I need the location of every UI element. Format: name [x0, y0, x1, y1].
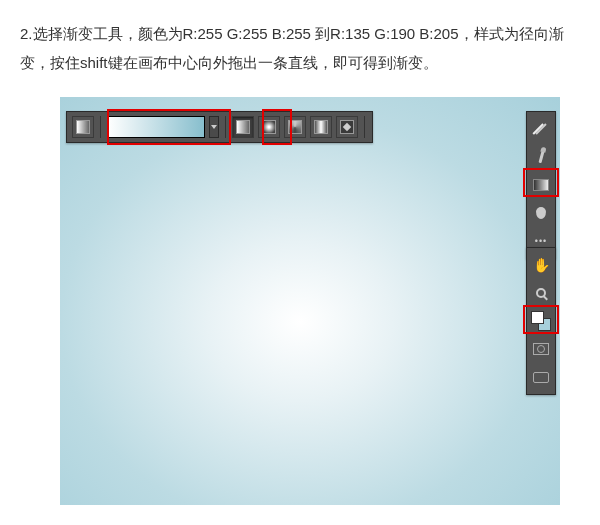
separator [100, 116, 101, 138]
canvas-area[interactable]: ••• ✋ [60, 97, 560, 505]
gradient-diamond-button[interactable] [336, 116, 358, 138]
drop-icon [536, 207, 546, 219]
top-options-bar [66, 111, 373, 143]
color-swatches[interactable] [530, 310, 552, 332]
reflected-icon [314, 120, 328, 134]
separator [364, 116, 365, 138]
foreground-color-swatch [531, 311, 544, 324]
screen-mode[interactable] [530, 366, 552, 388]
separator [225, 116, 226, 138]
tool-preset-picker[interactable] [72, 116, 94, 138]
screenmode-icon [533, 372, 549, 383]
gradient-linear-button[interactable] [232, 116, 254, 138]
linear-icon [236, 120, 250, 134]
brush-tool[interactable] [530, 146, 552, 168]
quickmask-icon [533, 343, 549, 355]
right-tools-panel-1: ••• [526, 111, 556, 259]
gradient-reflected-button[interactable] [310, 116, 332, 138]
chevron-down-icon [211, 125, 217, 129]
gradient-radial-button[interactable] [258, 116, 280, 138]
hand-tool[interactable]: ✋ [530, 254, 552, 276]
hand-icon: ✋ [533, 257, 550, 273]
instruction-text: 2.选择渐变工具，颜色为R:255 G:255 B:255 到R:135 G:1… [20, 20, 580, 77]
gradient-preview[interactable] [107, 116, 205, 138]
gradient-tool[interactable] [530, 174, 552, 196]
brush-icon [538, 151, 544, 163]
gradient-dropdown[interactable] [209, 116, 219, 138]
angle-icon [288, 120, 302, 134]
zoom-icon [536, 288, 546, 298]
wand-icon [535, 123, 546, 134]
more-icon: ••• [535, 238, 547, 244]
quick-mask[interactable] [530, 338, 552, 360]
wand-tool[interactable] [530, 118, 552, 140]
gradient-tool-icon [533, 179, 549, 191]
blur-tool[interactable] [530, 202, 552, 224]
diamond-icon [340, 120, 354, 134]
gradient-angle-button[interactable] [284, 116, 306, 138]
right-tools-panel-2: ✋ [526, 247, 556, 395]
gradient-icon [76, 120, 90, 134]
radial-icon [262, 120, 276, 134]
screenshot: ••• ✋ [60, 97, 580, 505]
zoom-tool[interactable] [530, 282, 552, 304]
